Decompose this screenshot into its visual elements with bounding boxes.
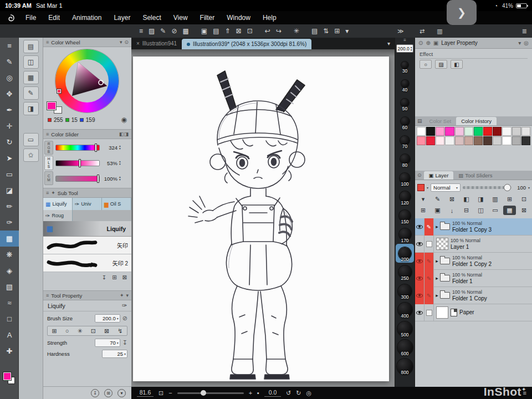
close-tab-icon[interactable]: × bbox=[136, 40, 140, 47]
new-layer-icon[interactable]: ⊞ bbox=[417, 206, 429, 215]
zoom-slider-handle[interactable] bbox=[201, 390, 206, 396]
fit-screen-icon[interactable]: ⊡ bbox=[158, 390, 163, 397]
blend-tool[interactable]: ≈ bbox=[0, 295, 19, 311]
palette-list-icon[interactable]: ⊙ bbox=[415, 171, 424, 180]
tab-illustration939[interactable]: Illustration939* (2048 x 1536px 300dpi 8… bbox=[182, 39, 311, 49]
panel-collapse-icon[interactable]: ▾ bbox=[120, 39, 122, 45]
folder-expand-arrow-icon[interactable]: ▸ bbox=[434, 258, 440, 264]
crop-icon[interactable]: ⊞ bbox=[331, 27, 342, 35]
save-canvas-icon[interactable]: ⇑ bbox=[222, 27, 233, 35]
visibility-eye-icon[interactable] bbox=[416, 311, 423, 315]
color-swatch[interactable] bbox=[455, 136, 464, 145]
subview-palette-icon[interactable]: ◨ bbox=[23, 102, 39, 115]
combine-icon[interactable]: ◫ bbox=[474, 206, 487, 215]
tab-color-set[interactable]: Color Set bbox=[424, 116, 457, 125]
transparent-color-icon[interactable]: ▨ bbox=[146, 27, 157, 35]
tab-tool-sliders[interactable]: ▤Tool Sliders bbox=[453, 171, 497, 180]
panel-menu-icon[interactable]: ≣ bbox=[519, 28, 530, 35]
subtool-item-arrow-brush[interactable]: 矢印 bbox=[43, 237, 131, 254]
pen-tool[interactable]: ✎ bbox=[0, 54, 19, 70]
liquify-tool[interactable]: ▦ bbox=[0, 231, 19, 247]
subtool-tab-universal[interactable]: ✑Univ bbox=[73, 198, 102, 210]
brush-size-300[interactable]: 300 bbox=[396, 282, 414, 300]
subtool-tab-liquify[interactable]: ▦Liquify bbox=[43, 198, 73, 210]
liquify-mode-icon[interactable]: ⊡ bbox=[91, 328, 96, 335]
color-swatch[interactable] bbox=[512, 127, 521, 136]
rotate-right-icon[interactable]: ↻ bbox=[296, 390, 301, 397]
opacity-value[interactable]: 100 bbox=[514, 185, 526, 191]
pan-tool[interactable]: ✥ bbox=[0, 86, 19, 102]
airbrush-tool[interactable]: ❋ bbox=[0, 247, 19, 263]
reset-view-icon[interactable]: ◎ bbox=[306, 390, 311, 397]
brush-size-50[interactable]: 50 bbox=[396, 93, 414, 112]
swap-panels-icon[interactable]: ⇄ bbox=[417, 28, 427, 35]
quick-access-palette-icon[interactable]: ▤ bbox=[23, 40, 39, 53]
add-subtool-icon[interactable]: ⊞ bbox=[112, 274, 116, 280]
color-swatch[interactable] bbox=[417, 127, 426, 136]
color-swatch[interactable] bbox=[426, 136, 435, 145]
import-subtool-icon[interactable]: ↧ bbox=[102, 274, 106, 280]
color-swatch[interactable] bbox=[436, 136, 444, 145]
layer-row-folder1copy3[interactable]: ✎ ▸ 100 % Normal Folder 1 Copy 3 bbox=[415, 218, 532, 236]
panel-handle-icon[interactable]: ≡ bbox=[46, 293, 49, 298]
layer-settings-icon[interactable]: ⊡ bbox=[518, 195, 530, 204]
subtool-tab-rough[interactable]: ✑Roug bbox=[43, 210, 73, 221]
visibility-eye-icon[interactable] bbox=[416, 225, 423, 229]
canvas-workspace[interactable] bbox=[131, 49, 395, 387]
color-swatch[interactable] bbox=[493, 136, 502, 145]
color-swatch[interactable] bbox=[483, 136, 492, 145]
color-swatch[interactable] bbox=[474, 136, 483, 145]
opacity-slider[interactable] bbox=[463, 186, 511, 189]
tab-rgb[interactable]: RGB bbox=[44, 141, 53, 155]
color-swatch[interactable] bbox=[417, 136, 426, 145]
zoom-slider[interactable] bbox=[177, 392, 244, 394]
panel-collapse-icon[interactable]: ▾ bbox=[518, 40, 521, 46]
canvas[interactable] bbox=[133, 57, 389, 381]
figure-tool[interactable]: □ bbox=[0, 311, 19, 327]
subtool-item-liquify[interactable]: ▦ Liquify bbox=[43, 221, 131, 237]
liquify-mode-icon[interactable]: ○ bbox=[65, 328, 69, 334]
eraser-tool[interactable]: ◪ bbox=[0, 182, 19, 198]
brush-size-60[interactable]: 60 bbox=[396, 112, 414, 131]
color-swatch[interactable] bbox=[455, 127, 464, 136]
panel-handle-icon[interactable]: ≡ bbox=[46, 39, 49, 45]
liquify-mode-icon[interactable]: ⊠ bbox=[104, 328, 109, 335]
layer-color-icon[interactable]: ◧ bbox=[451, 60, 463, 69]
color-swatch[interactable] bbox=[464, 136, 473, 145]
app-logo-icon[interactable] bbox=[7, 14, 15, 22]
saturation-stepper[interactable]: ▴▾ bbox=[119, 176, 121, 181]
tab-color-history[interactable]: Color History bbox=[456, 117, 497, 125]
layer-row-folder1[interactable]: ✎ ▸ 100 % Normal Folder 1 bbox=[415, 270, 532, 287]
current-color-swatches[interactable] bbox=[47, 102, 66, 116]
panel-help-icon[interactable]: ⊙ bbox=[124, 39, 129, 45]
subtool-item-arrow-brush-2[interactable]: 矢印 2 bbox=[43, 254, 131, 272]
snap-icon[interactable]: ▩ bbox=[180, 27, 191, 35]
panel-handle-icon[interactable]: ≡ bbox=[46, 131, 49, 137]
rotation-value[interactable]: 0.0 bbox=[264, 389, 281, 397]
brush-size-40[interactable]: 40 bbox=[396, 74, 414, 93]
edit-mode-icon[interactable]: ✎ bbox=[157, 27, 168, 35]
sort-icon[interactable]: ⇅ bbox=[320, 27, 331, 35]
visibility-eye-icon[interactable] bbox=[416, 277, 423, 280]
detail-settings-icon[interactable]: ▾ bbox=[117, 389, 126, 397]
color-swatch[interactable] bbox=[493, 127, 502, 136]
move-tool[interactable]: ✛ bbox=[0, 118, 19, 134]
undo-icon[interactable]: ↩ bbox=[262, 27, 273, 35]
dock-layout-icon[interactable]: ▥ bbox=[434, 28, 445, 35]
liquify-mode-icon[interactable]: ⊞ bbox=[52, 328, 57, 335]
liquify-mode-icon[interactable]: ✳ bbox=[77, 328, 82, 335]
brush-size-250[interactable]: 250 bbox=[396, 263, 414, 282]
new-canvas-icon[interactable]: ▣ bbox=[198, 27, 210, 35]
zoom-out-icon[interactable]: − bbox=[168, 390, 172, 396]
marquee-tool[interactable]: ▭ bbox=[0, 166, 19, 182]
brush-size-500[interactable]: 500 bbox=[396, 319, 414, 338]
clear-icon[interactable]: ⊘ bbox=[168, 27, 180, 35]
menu-file[interactable]: File bbox=[19, 14, 42, 22]
lightness-slider[interactable] bbox=[55, 160, 100, 166]
quick-mask-icon[interactable]: ▦ bbox=[503, 206, 516, 215]
panel-search-icon[interactable]: ◎ bbox=[524, 40, 529, 46]
layer-row-layer1[interactable]: 100 % Normal Layer 1 bbox=[415, 236, 532, 253]
color-swatch[interactable] bbox=[502, 127, 511, 136]
color-swatch[interactable] bbox=[436, 127, 444, 136]
brush-size-170[interactable]: 170 bbox=[396, 225, 414, 244]
